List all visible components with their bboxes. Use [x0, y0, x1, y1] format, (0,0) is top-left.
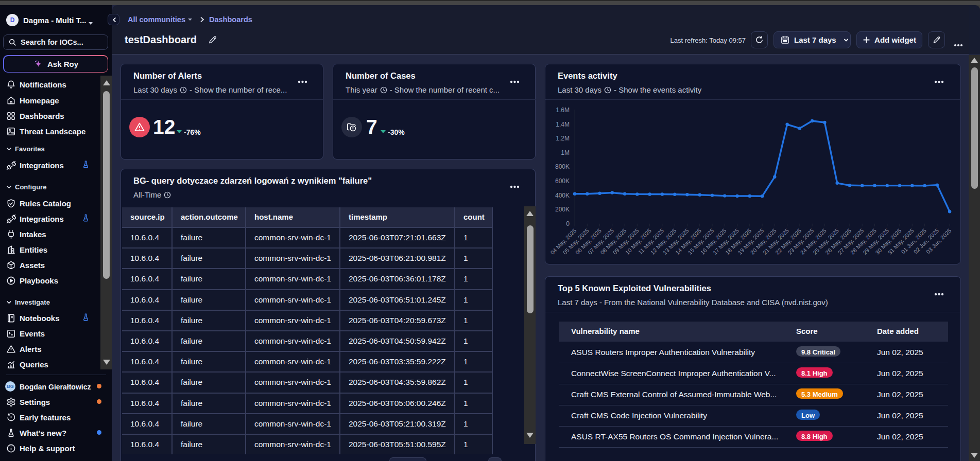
svg-text:600K: 600K: [555, 178, 570, 185]
svg-text:0: 0: [566, 220, 570, 227]
svg-text:1.6M: 1.6M: [556, 107, 570, 114]
svg-text:1.2M: 1.2M: [556, 135, 570, 142]
svg-text:200K: 200K: [555, 206, 570, 213]
svg-text:400K: 400K: [555, 192, 570, 199]
svg-text:800K: 800K: [555, 163, 570, 170]
svg-text:1.4M: 1.4M: [556, 121, 570, 128]
svg-text:1M: 1M: [561, 149, 570, 156]
